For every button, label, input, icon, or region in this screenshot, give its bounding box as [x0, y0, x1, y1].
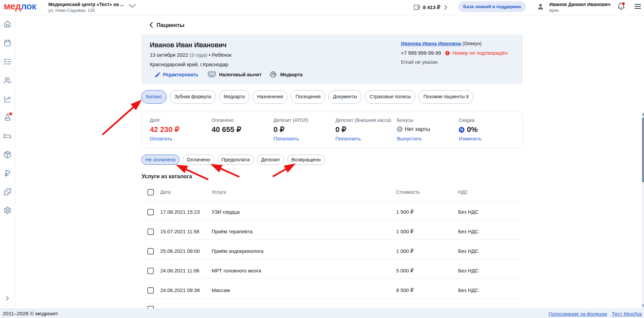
svg-text:Б: Б — [399, 127, 401, 131]
svg-text:%: % — [460, 128, 463, 132]
